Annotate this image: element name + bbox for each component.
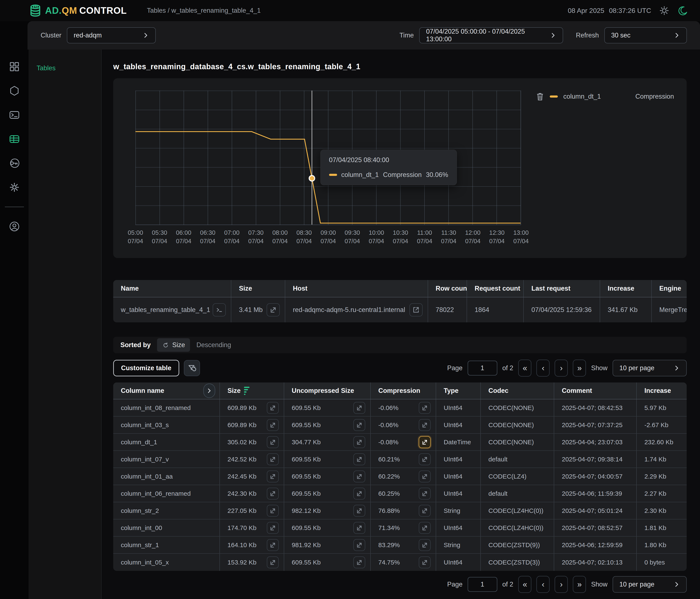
sidebar-item-nodes[interactable] [8, 85, 21, 97]
table-row[interactable]: column_int_01_aa 242.45 Kb 609.55 Kb 60.… [113, 468, 687, 485]
customize-table-button[interactable]: Customize table [113, 360, 179, 376]
filter-reset-button[interactable] [184, 360, 200, 376]
open-chart-button[interactable] [419, 539, 431, 551]
open-chart-button[interactable] [267, 303, 280, 317]
user-icon [8, 220, 21, 233]
open-chart-icon [421, 524, 428, 532]
compression-chart[interactable]: 07/04/2025 08:40:00 column_dt_1 Compress… [135, 91, 521, 225]
prev-page-button[interactable]: ‹ [536, 576, 550, 593]
open-chart-button[interactable] [267, 436, 279, 448]
per-page-select[interactable]: 10 per page [612, 360, 687, 376]
open-chart-icon [355, 455, 363, 463]
open-chart-button[interactable] [353, 419, 365, 431]
col-header-type[interactable]: Type [436, 382, 481, 399]
dark-theme-button[interactable] [677, 5, 689, 16]
sort-direction[interactable]: Descending [196, 341, 231, 349]
open-chart-button[interactable] [267, 522, 279, 534]
legend-delete-button[interactable] [536, 92, 544, 101]
last-page-button[interactable]: » [573, 359, 586, 377]
open-chart-button[interactable] [267, 402, 279, 414]
request-count-value: 1864 [467, 297, 524, 322]
open-chart-button[interactable] [419, 505, 431, 517]
app-logo[interactable]: AD.QMCONTROL [29, 4, 127, 17]
per-page-select[interactable]: 10 per page [612, 576, 687, 593]
first-page-button[interactable]: « [518, 359, 531, 377]
open-chart-button[interactable] [267, 419, 279, 431]
open-chart-button[interactable] [419, 402, 431, 414]
col-header-uncompressed[interactable]: Uncompressed Size [284, 382, 371, 399]
sidebar-item-keys[interactable] [8, 157, 21, 169]
sidebar-item-dashboard[interactable] [8, 60, 21, 73]
cluster-select[interactable]: red-adqm [67, 27, 156, 43]
col-header-compression[interactable]: Compression [371, 382, 436, 399]
open-chart-button[interactable] [353, 522, 365, 534]
open-chart-button[interactable] [353, 402, 365, 414]
open-chart-icon [421, 455, 428, 463]
open-chart-button[interactable] [267, 471, 279, 482]
sort-field-chip[interactable]: Size [157, 338, 190, 352]
open-chart-button[interactable] [419, 556, 431, 568]
open-chart-button[interactable] [267, 556, 279, 568]
open-chart-button[interactable] [353, 505, 365, 517]
summary-row: w_tables_renaming_table_4_1 3.41 Mb red-… [113, 297, 687, 322]
col-header-increase[interactable]: Increase [637, 382, 687, 399]
refresh-interval-select[interactable]: 30 sec [604, 27, 687, 43]
open-chart-button[interactable] [267, 539, 279, 551]
open-host-button[interactable] [409, 303, 423, 317]
sidebar-item-console[interactable] [8, 109, 21, 121]
refresh-label: Refresh [576, 31, 599, 39]
tooltip-time: 07/04/2025 08:40:00 [329, 156, 448, 164]
open-chart-button[interactable] [353, 453, 365, 465]
sidebar-item-profile[interactable] [8, 220, 21, 233]
table-row[interactable]: column_str_1 164.10 Kb 981.92 Kb 83.29% … [113, 536, 687, 554]
col-header-codec[interactable]: Codec [481, 382, 554, 399]
table-row[interactable]: column_int_03_s 609.89 Kb 609.55 Kb -0.0… [113, 417, 687, 434]
open-chart-button[interactable] [419, 453, 431, 465]
page-input[interactable] [468, 361, 497, 375]
open-chart-button[interactable] [353, 556, 365, 568]
open-chart-button[interactable] [419, 522, 431, 534]
table-row[interactable]: column_int_05_x 153.92 Kb 609.55 Kb 74.7… [113, 554, 687, 571]
breadcrumb[interactable]: Tables / w_tables_renaming_table_4_1 [147, 7, 261, 15]
table-row[interactable]: column_int_07_v 242.52 Kb 609.55 Kb 60.2… [113, 451, 687, 468]
open-chart-button[interactable] [353, 436, 365, 448]
open-chart-button-active[interactable] [419, 436, 431, 448]
open-chart-icon [355, 490, 363, 497]
open-console-button[interactable] [212, 303, 226, 317]
open-chart-button[interactable] [267, 488, 279, 500]
col-header-size[interactable]: Size [220, 382, 284, 399]
next-page-button[interactable]: › [555, 359, 568, 377]
sidebar-item-tables[interactable] [8, 133, 21, 145]
columns-table: Column name Size Uncompressed Size Compr… [113, 382, 687, 571]
sidebar-item-settings[interactable] [8, 181, 21, 194]
first-page-button[interactable]: « [518, 576, 531, 593]
open-chart-button[interactable] [353, 539, 365, 551]
time-label: Time [400, 31, 414, 39]
open-chart-button[interactable] [267, 505, 279, 517]
col-header-comment[interactable]: Comment [554, 382, 637, 399]
table-row[interactable]: column_int_00 174.70 Kb 609.55 Kb 71.34%… [113, 519, 687, 536]
page-input[interactable] [468, 577, 497, 592]
light-theme-button[interactable] [659, 5, 670, 16]
table-row-selected[interactable]: column_dt_1 305.02 Kb 304.77 Kb -0.08% D… [113, 434, 687, 451]
open-chart-button[interactable] [419, 419, 431, 431]
table-row[interactable]: column_str_2 227.05 Kb 982.12 Kb 76.88% … [113, 502, 687, 519]
table-row[interactable]: column_int_08_renamed 609.89 Kb 609.55 K… [113, 399, 687, 417]
open-chart-button[interactable] [419, 471, 431, 482]
legend-series-name[interactable]: column_dt_1 [563, 93, 601, 100]
next-page-button[interactable]: › [555, 576, 568, 593]
last-page-button[interactable]: » [573, 576, 586, 593]
open-chart-icon [421, 490, 428, 497]
time-range-select[interactable]: 07/04/2025 05:00:00 - 07/04/2025 13:00:0… [419, 27, 563, 43]
prev-page-button[interactable]: ‹ [536, 359, 550, 377]
open-chart-button[interactable] [353, 488, 365, 500]
sidenav-item-tables[interactable]: Tables [36, 64, 101, 72]
open-chart-button[interactable] [419, 488, 431, 500]
open-chart-icon [269, 438, 277, 446]
open-chart-button[interactable] [353, 471, 365, 482]
open-chart-icon [355, 524, 363, 532]
expand-column-button[interactable] [203, 383, 215, 398]
col-header-name: Name [113, 280, 231, 297]
table-row[interactable]: column_int_06_renamed 242.30 Kb 609.55 K… [113, 485, 687, 502]
open-chart-button[interactable] [267, 453, 279, 465]
